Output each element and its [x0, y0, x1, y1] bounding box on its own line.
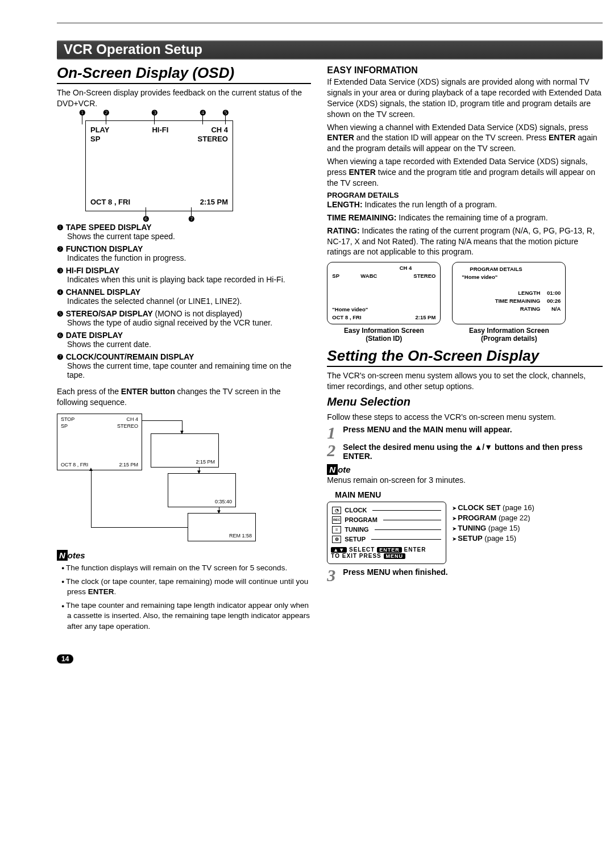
step-3: 3 Press MENU when finished.	[327, 567, 603, 583]
osd-heading: On-Screen Display (OSD)	[57, 64, 311, 84]
osd-stereo: STEREO	[198, 135, 228, 143]
callout-1: ❶	[79, 108, 86, 117]
n-icon: N	[57, 550, 68, 561]
menu-selection-text: Follow these steps to access the VCR's o…	[327, 412, 603, 423]
def7-title: CLOCK/COUNT/REMAIN DISPLAY	[66, 352, 194, 361]
callout-3: ❸	[151, 108, 158, 117]
def6-title: DATE DISPLAY	[66, 331, 123, 340]
def3-desc: Indicates when this unit is playing back…	[67, 275, 311, 284]
notes-list: The function displays will remain on the…	[59, 563, 311, 632]
osd-hifi: HI-FI	[152, 126, 168, 134]
def2-desc: Indicates the function in progress.	[67, 253, 311, 262]
notes-heading: Notes	[57, 550, 311, 561]
def4-desc: Indicates the selected channel (or LINE1…	[67, 297, 311, 306]
mm-targets: CLOCK SET (page 16) PROGRAM (page 22) TU…	[452, 502, 534, 544]
callout-6: ❻	[143, 215, 150, 223]
mm-item-tuning: ≡TUNING	[331, 525, 442, 535]
osd-play: PLAY	[90, 126, 109, 134]
def7-desc: Shows the current time, tape counter and…	[67, 361, 311, 379]
def3-title: HI-FI DISPLAY	[66, 266, 119, 275]
easy-info-screen-2: PROGRAM DETAILS "Home video" LENGTH 01:0…	[452, 262, 566, 324]
mm-item-setup: ⚙SETUP	[331, 535, 442, 544]
note-3: The tape counter and remaining tape leng…	[59, 600, 311, 632]
main-menu-box: ◔CLOCK RECPROGRAM ≡TUNING ⚙SETUP ▲▼ SELE…	[327, 502, 446, 564]
callout-2: ❷	[103, 108, 110, 117]
def4-title: CHANNEL DISPLAY	[66, 287, 140, 297]
mm-footer: ▲▼ SELECT ENTER ENTER TO EXIT PRESS MENU	[331, 546, 442, 559]
pd-length: LENGTH: Indicates the run length of a pr…	[327, 199, 603, 210]
callout-5: ❺	[222, 108, 229, 117]
pd-rating: RATING: Indicates the rating of the curr…	[327, 226, 603, 258]
screen2-caption: Easy Information Screen(Program details)	[452, 327, 566, 343]
easy-p3: When viewing a tape recorded with Extend…	[327, 156, 603, 189]
screen1-caption: Easy Information Screen(Station ID)	[327, 327, 441, 343]
def5-desc: Shows the type of audio signal received …	[67, 318, 311, 327]
def1-title: TAPE SPEED DISPLAY	[66, 223, 152, 232]
note-2: The clock (or tape counter, tape remaini…	[59, 577, 311, 597]
step-1: 1 Press MENU and the MAIN menu will appe…	[327, 425, 603, 440]
note-heading: Note	[327, 464, 603, 475]
osd-intro: The On-Screen display provides feedback …	[57, 87, 311, 109]
osd-time: 2:15 PM	[200, 198, 228, 206]
tuning-icon: ≡	[332, 526, 341, 533]
menu-selection-heading: Menu Selection	[327, 395, 603, 408]
header-bar: VCR Operation Setup	[57, 40, 603, 60]
osd-sp: SP	[90, 135, 100, 143]
def5-inline: (MONO is not displayed)	[155, 309, 242, 318]
n-icon: N	[327, 464, 338, 475]
setup-icon: ⚙	[332, 536, 341, 543]
def5-title: STEREO/SAP DISPLAY	[66, 309, 153, 318]
enter-seq-text: Each press of the ENTER button changes t…	[57, 386, 311, 408]
callout-4: ❹	[200, 108, 206, 117]
program-details-heading: PROGRAM DETAILS	[327, 191, 603, 199]
mm-item-program: RECPROGRAM	[331, 515, 442, 525]
enter-sequence-diagram: STOP CH 4 SP STEREO OCT 8 , FRI 2:15 PM …	[57, 414, 273, 544]
pd-time: TIME REMAINING: Indicates the remaining …	[327, 212, 603, 223]
easy-p2: When viewing a channel with Extended Dat…	[327, 122, 603, 155]
step-2: 2 Select the desired menu using the ▲/▼ …	[327, 443, 603, 461]
setting-osd-heading: Setting the On-Screen Display	[327, 347, 603, 367]
easy-p1: If Extended Data Service (XDS) signals a…	[327, 77, 603, 120]
osd-date: OCT 8 , FRI	[90, 198, 130, 206]
osd-ch: CH 4	[211, 126, 228, 134]
def1-desc: Shows the current tape speed.	[67, 232, 311, 241]
easy-info-screen-1: CH 4 SP WABC STEREO "Home video" OCT 8 ,…	[327, 262, 441, 324]
main-menu-heading: MAIN MENU	[335, 490, 603, 499]
page-number: 14	[57, 654, 603, 663]
callout-7: ❼	[188, 215, 195, 223]
def2-title: FUNCTION DISPLAY	[66, 244, 143, 253]
note-1: The function displays will remain on the…	[59, 563, 311, 573]
clock-icon: ◔	[332, 507, 341, 514]
mm-item-clock: ◔CLOCK	[331, 506, 442, 515]
def6-desc: Shows the current date.	[67, 340, 311, 349]
rec-icon: REC	[332, 516, 341, 524]
easy-info-heading: EASY INFORMATION	[327, 65, 603, 76]
osd-diagram: PLAY HI-FI CH 4 SP STEREO OCT 8 , FRI 2:…	[85, 120, 233, 211]
setting-osd-text: The VCR's on-screen menu system allows y…	[327, 370, 603, 392]
note-text: Menus remain on-screen for 3 minutes.	[327, 475, 603, 486]
